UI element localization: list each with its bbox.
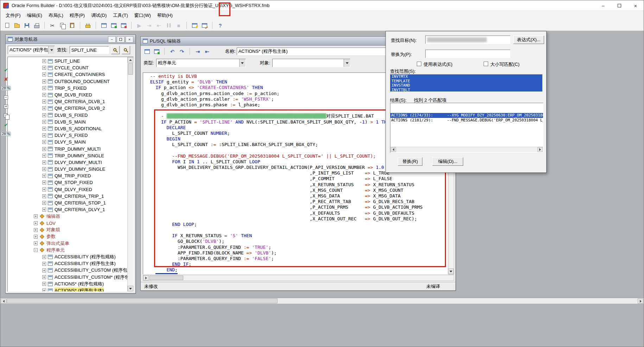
menu-item-debug[interactable]: 调试(D)	[88, 11, 110, 20]
tree-item[interactable]: +CYCLE_COUNT	[8, 64, 127, 71]
copy-button[interactable]	[58, 21, 67, 30]
expand-toggle-icon[interactable]: +	[34, 214, 38, 218]
expand-toggle-icon[interactable]: +	[42, 255, 46, 259]
object-combo[interactable]	[272, 59, 350, 67]
step-over-button[interactable]: ⇤	[154, 21, 164, 30]
tree-item[interactable]: +ACCESSIBILITY_CUSTOM* (程序包主体)	[8, 274, 127, 280]
tree-item[interactable]: +TRIP_DUMMY_MULTI	[8, 145, 127, 152]
result-item[interactable]: ACTIONS (2181/29): --FND_MESSAGE.DEBUG('…	[390, 118, 543, 123]
find-all-button[interactable]	[122, 46, 130, 54]
menu-item-window[interactable]: 窗口(W)	[131, 11, 154, 20]
cut-button[interactable]: ✂	[48, 21, 57, 30]
match-case-checkbox[interactable]	[484, 62, 488, 66]
results-list[interactable]: ACTIONS (2174/33): --XYG_MODIFY_DZY_2025…	[390, 103, 543, 153]
title-bar[interactable]: Oracle Forms Builder - D:\001-信义项目\2024\…	[0, 0, 644, 11]
expand-toggle-icon[interactable]: +	[42, 167, 46, 171]
result-item[interactable]: ACTIONS (2174/33): --XYG_MODIFY_DZY_2025…	[390, 113, 543, 118]
connect-button[interactable]	[83, 21, 93, 30]
tree-item[interactable]: +DLVB_S_MAIN	[8, 119, 127, 125]
maximize-button[interactable]	[611, 0, 627, 11]
menu-item-edit[interactable]: 编辑(E)	[24, 11, 45, 20]
step-into-button[interactable]: ⇥	[145, 21, 154, 30]
compile-file-button[interactable]	[119, 21, 128, 30]
expand-toggle-icon[interactable]: +	[42, 140, 46, 144]
expand-toggle-icon[interactable]: +	[42, 208, 46, 212]
type-combo[interactable]: 程序单元	[156, 59, 246, 67]
expand-toggle-icon[interactable]: +	[42, 201, 46, 205]
tree-item[interactable]: +TRIP_S_FIXED	[8, 85, 127, 92]
windows-stack[interactable]	[2, 112, 10, 119]
attach-editor-button[interactable]	[143, 47, 151, 56]
expand-toggle-icon[interactable]: +	[42, 154, 46, 158]
marker-close-1[interactable]: ✘	[2, 75, 10, 83]
tree-item[interactable]: +OUTBOUND_DOCUMENT	[8, 78, 127, 85]
redo-button[interactable]: ↷	[178, 47, 186, 56]
expand-toggle-icon[interactable]: +	[42, 282, 46, 286]
expand-toggle-icon[interactable]: +	[42, 133, 46, 137]
expand-toggle-icon[interactable]: +	[42, 188, 46, 191]
tree-item[interactable]: +LOV	[8, 220, 127, 227]
tree-item[interactable]: +DLVY_S_FIXED	[8, 132, 127, 139]
expand-toggle-icon[interactable]: +	[42, 80, 46, 83]
scrollbar-thumb[interactable]	[7, 298, 278, 303]
expand-toggle-icon[interactable]: +	[42, 275, 46, 279]
menu-item-help[interactable]: 帮助(H)	[154, 11, 176, 20]
expand-toggle-icon[interactable]: +	[34, 241, 38, 245]
unit-name-input[interactable]	[237, 48, 402, 55]
tree-item[interactable]: −程序单元	[8, 247, 127, 253]
undo-button[interactable]: ↶	[168, 47, 177, 56]
debug-stop-button[interactable]: ■	[174, 21, 183, 30]
tree-item[interactable]: +QM_STOP_FIXED	[8, 179, 127, 186]
marker-check-1[interactable]: ✔	[2, 66, 10, 74]
expand-toggle-icon[interactable]: +	[42, 160, 46, 164]
tree-item[interactable]: +参数	[8, 233, 127, 240]
tree-item[interactable]: +ACCESSIBILITY (程序包规格)	[8, 253, 127, 260]
scroll-right-button[interactable]	[537, 147, 543, 152]
tree-item[interactable]: +SPLIT_LINE	[8, 58, 127, 64]
expand-toggle-icon[interactable]: +	[42, 66, 46, 70]
scroll-right-button[interactable]	[638, 298, 643, 304]
navigator-minimize-button[interactable]: −	[108, 36, 116, 43]
expand-toggle-icon[interactable]: +	[42, 147, 46, 151]
results-hscrollbar[interactable]	[391, 147, 543, 152]
menu-item-tools[interactable]: 工具(T)	[110, 11, 131, 20]
tree-item[interactable]: +编辑器	[8, 213, 127, 220]
menu-item-file[interactable]: 文件(F)	[2, 11, 24, 20]
debug-pause-button[interactable]	[164, 21, 173, 30]
tree-item[interactable]: +QM_DLVB_FIXED	[8, 92, 127, 98]
tree-item[interactable]: +DLVY_S_MAIN	[8, 139, 127, 145]
save-module-button[interactable]	[22, 21, 31, 30]
tree-item[interactable]: +QM_CRITERIA_DLVY_1	[8, 206, 127, 213]
expand-toggle-icon[interactable]: +	[42, 174, 46, 178]
tree-item[interactable]: +DLVB_S_ADDITIONAL	[8, 125, 127, 132]
print-button[interactable]	[32, 21, 41, 30]
run-form-debug-button[interactable]	[109, 21, 118, 30]
tree-item[interactable]: +ACTIONS* (程序包规格)	[8, 280, 127, 287]
expand-toggle-icon[interactable]: +	[34, 235, 38, 239]
scrollbar-thumb[interactable]	[128, 63, 133, 75]
new-module-button[interactable]	[2, 21, 12, 30]
scroll-right-button[interactable]	[143, 275, 149, 280]
type-combo-arrow[interactable]	[239, 59, 246, 67]
compile-selection-button[interactable]	[200, 21, 209, 30]
run-form-button[interactable]	[99, 21, 108, 30]
tree-item[interactable]: +ACCESSIBILITY (程序包主体)	[8, 260, 127, 267]
navigator-unit-combo-arrow[interactable]	[48, 46, 55, 54]
detach-editor-button[interactable]	[152, 47, 161, 56]
navigator-maximize-button[interactable]	[117, 36, 125, 43]
expand-toggle-icon[interactable]: +	[42, 269, 46, 272]
debug-go-button[interactable]: ▶	[135, 21, 144, 30]
scroll-down-button[interactable]	[448, 269, 454, 274]
tree-item[interactable]: +QM_DLVY_FIXED	[8, 186, 127, 193]
tree-item[interactable]: +QM_TRIP_FIXED	[8, 172, 127, 179]
scroll-left-button[interactable]	[1, 298, 6, 304]
menu-item-program[interactable]: 程序(P)	[66, 11, 88, 20]
tree-item[interactable]: +QM_CRITERIA_STOP_1	[8, 200, 127, 206]
open-module-button[interactable]	[12, 21, 21, 30]
replace-button[interactable]: 替换(R)	[398, 157, 422, 166]
minimize-button[interactable]: −	[595, 0, 611, 11]
expand-toggle-icon[interactable]: +	[42, 86, 46, 90]
expand-toggle-icon[interactable]: +	[42, 120, 46, 124]
navigator-title-bar[interactable]: 对象导航器 − ×	[6, 35, 135, 44]
find-button[interactable]	[111, 46, 120, 54]
